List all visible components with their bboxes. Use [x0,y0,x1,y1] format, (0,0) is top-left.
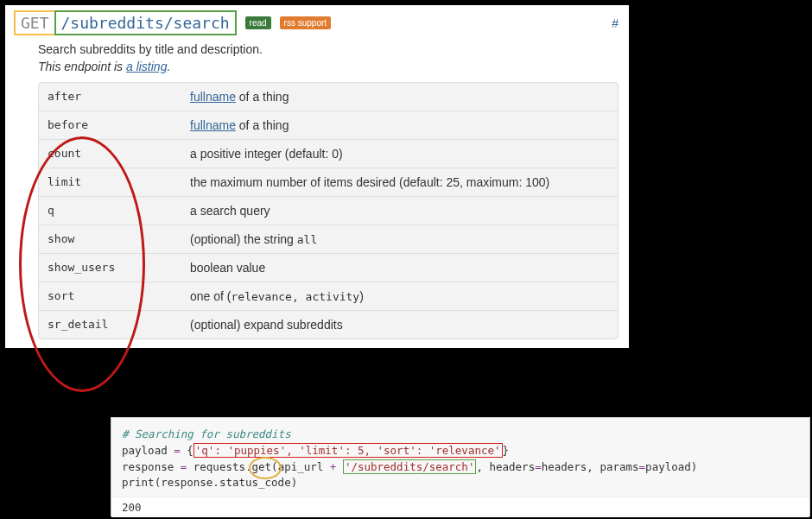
endpoint-path[interactable]: /subreddits/search [54,10,237,35]
param-row: count a positive integer (default: 0) [39,140,618,168]
param-name: show [48,232,190,245]
endpoint-description: Search subreddits by title and descripti… [38,42,620,56]
path-highlight: '/subreddits/search' [343,459,477,474]
param-desc: fullname of a thing [190,118,609,132]
param-desc: boolean value [190,261,609,275]
listing-suffix: . [167,60,170,73]
param-row: before fullname of a thing [39,111,618,140]
param-desc: a positive integer (default: 0) [190,147,609,161]
code-comment: # Searching for subreddits [122,427,291,440]
permalink-icon[interactable]: # [612,16,620,30]
param-desc: fullname of a thing [190,90,609,104]
param-desc: the maximum number of items desired (def… [190,175,609,189]
api-doc-panel: GET /subreddits/search read rss support … [5,5,629,348]
code-line: print(response.status_code) [122,475,799,491]
code-line: payload = {'q': 'puppies', 'limit': 5, '… [122,443,799,459]
code-output: 200 [111,497,809,517]
param-row: sort one of (relevance, activity) [39,282,618,311]
param-desc: (optional) the string all [190,232,609,246]
param-name: show_users [48,261,190,274]
param-name: q [48,204,190,217]
param-row: show (optional) the string all [39,225,618,254]
scope-tag-rss: rss support [280,16,331,29]
param-name: limit [48,175,190,188]
listing-link[interactable]: a listing [126,60,167,73]
param-name: after [48,90,190,103]
params-table: after fullname of a thing before fullnam… [38,82,619,339]
get-method-highlight: get [252,460,272,473]
fullname-link[interactable]: fullname [190,90,236,104]
param-name: before [48,118,190,131]
param-desc: a search query [190,204,609,218]
param-name: sr_detail [48,318,190,331]
param-row: after fullname of a thing [39,83,618,111]
code-panel: # Searching for subreddits payload = {'q… [111,417,810,516]
param-row: limit the maximum number of items desire… [39,168,618,197]
listing-note: This endpoint is a listing. [38,60,620,73]
param-row: sr_detail (optional) expand subreddits [39,311,618,339]
scope-tag-read: read [245,16,271,29]
payload-highlight: 'q': 'puppies', 'limit': 5, 'sort': 'rel… [193,443,503,458]
fullname-link[interactable]: fullname [190,118,236,132]
param-row: show_users boolean value [39,254,618,282]
listing-prefix: This endpoint is [38,60,126,73]
http-method-badge: GET [14,10,56,35]
param-desc: (optional) expand subreddits [190,318,609,332]
param-row: q a search query [39,197,618,225]
code-line: response = requests.get(api_url + '/subr… [122,459,799,476]
param-name: sort [48,289,190,302]
param-name: count [48,147,190,160]
endpoint-header: GET /subreddits/search read rss support … [14,10,620,35]
param-desc: one of (relevance, activity) [190,289,609,303]
